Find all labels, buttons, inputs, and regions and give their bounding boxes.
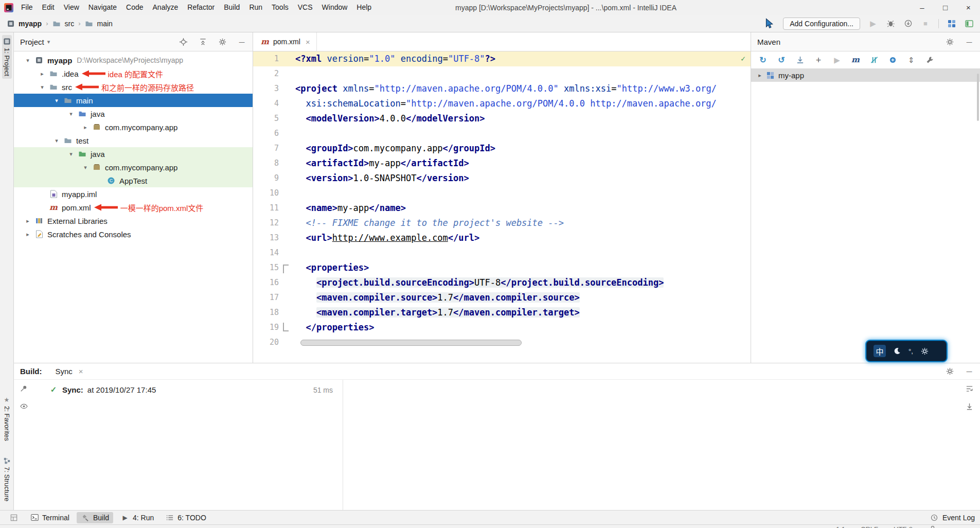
breadcrumb-src[interactable]: src [52,19,74,28]
editor-line-18[interactable]: 18 <maven.compiler.target>1.7</maven.com… [253,305,751,320]
menu-navigate[interactable]: Navigate [84,0,121,15]
code-text[interactable] [292,66,295,81]
pin-icon[interactable] [19,385,28,392]
code-editor[interactable]: 1<?xml version="1.0" encoding="UTF-8"?>2… [253,51,751,363]
profiler-icon[interactable] [903,20,913,27]
menu-refactor[interactable]: Refactor [183,0,219,15]
inspections-ok-icon[interactable]: ✓ [741,54,745,63]
minus-icon[interactable]: ─ [965,38,974,46]
code-text[interactable]: <url>http://www.example.com</url> [292,231,479,245]
tree-row-myapp[interactable]: ▾myappD:\Workspace\MyProjects\myapp [14,54,253,67]
breadcrumb-myapp[interactable]: myapp [6,19,42,28]
chevron-right-icon[interactable]: ▸ [754,72,765,79]
chevron-down-icon[interactable]: ▾ [35,84,49,91]
expand-icon[interactable]: ⇕ [906,56,916,64]
tree-row-com-mycompany-app[interactable]: ▾com.mycompany.app [14,161,253,174]
tool-button-4-run[interactable]: ▶4: Run [116,512,158,523]
ime-toolbar[interactable]: 中 °, [865,340,948,362]
soft-wrap-icon[interactable] [965,385,974,393]
menu-analyze[interactable]: Analyze [148,0,183,15]
menu-build[interactable]: Build [219,0,244,15]
stripe-structure-button[interactable]: 7: Structure [2,455,12,504]
tree-row-java[interactable]: ▾java [14,107,253,120]
tree-row-apptest[interactable]: CAppTest [14,174,253,187]
code-text[interactable]: <name>my-app</name> [292,201,406,216]
menu-edit[interactable]: Edit [38,0,59,15]
code-text[interactable] [292,186,295,201]
code-text[interactable]: <version>1.0-SNAPSHOT</version> [292,171,469,186]
stripe-favorites-button[interactable]: ★ 2: Favorites [2,394,12,444]
chevron-down-icon[interactable]: ▾ [47,39,50,45]
editor-line-11[interactable]: 11 <name>my-app</name> [253,201,751,216]
fold-marker[interactable] [279,320,292,335]
close-tab-icon[interactable]: × [79,367,83,376]
menu-file[interactable]: File [16,0,38,15]
code-text[interactable]: <groupId>com.mycompany.app</groupId> [292,141,495,156]
menu-run[interactable]: Run [244,0,267,15]
build-splitter[interactable] [343,380,343,510]
tree-row--idea[interactable]: ▸.ideaidea 的配置文件 [14,67,253,80]
project-structure-icon[interactable] [947,20,956,28]
close-button[interactable]: × [957,0,980,15]
editor-line-8[interactable]: 8 <artifactId>my-app</artifactId> [253,156,751,171]
fold-marker[interactable] [279,260,292,275]
chevron-down-icon[interactable]: ▾ [79,164,92,171]
stripe-project-button[interactable]: 1: Project [2,35,12,79]
chevron-down-icon[interactable]: ▾ [50,97,63,104]
skip-tests-icon[interactable] [869,56,879,64]
editor-tab-pom-xml[interactable]: m pom.xml × [254,32,317,51]
tool-button-build[interactable]: Build [77,512,113,523]
horizontal-scrollbar[interactable] [300,340,522,346]
code-text[interactable]: <project.build.sourceEncoding>UTF-8</pro… [292,275,664,290]
code-text[interactable] [292,245,295,260]
project-panel-title[interactable]: Project [20,38,44,46]
moon-icon[interactable] [894,347,901,355]
locate-icon[interactable] [179,38,188,46]
editor-line-14[interactable]: 14 [253,245,751,260]
editor-line-13[interactable]: 13 <url>http://www.example.com</url> [253,231,751,245]
build-tab-sync[interactable]: Sync × [56,367,83,376]
menu-code[interactable]: Code [121,0,148,15]
tree-row-main[interactable]: ▾main [14,94,253,107]
code-text[interactable]: <!-- FIXME change it to the project's we… [292,216,564,231]
menu-view[interactable]: View [59,0,84,15]
chevron-down-icon[interactable]: ▾ [64,151,78,157]
editor-line-10[interactable]: 10 [253,186,751,201]
close-tab-icon[interactable]: × [306,38,310,46]
wrench-settings-icon[interactable] [925,56,934,64]
minimize-button[interactable]: – [911,0,934,15]
editor-line-4[interactable]: 4 xsi:schemaLocation="http://maven.apach… [253,96,751,111]
ime-language-indicator[interactable]: 中 [874,345,886,357]
menu-window[interactable]: Window [317,0,352,15]
add-configuration-button[interactable]: Add Configuration... [783,17,860,30]
event-log-button[interactable]: Event Log [930,514,975,522]
editor-line-17[interactable]: 17 <maven.compiler.source>1.7</maven.com… [253,290,751,305]
menu-tools[interactable]: Tools [267,0,293,15]
editor-line-5[interactable]: 5 <modelVersion>4.0.0</modelVersion> [253,111,751,126]
breadcrumb-main[interactable]: main [84,19,112,28]
filter-eye-icon[interactable] [19,402,28,410]
tree-row-pom-xml[interactable]: mpom.xml一模一样的pom.xml文件 [14,201,253,214]
code-text[interactable]: </properties> [292,320,375,335]
editor-line-6[interactable]: 6 [253,126,751,141]
debug-icon[interactable] [886,20,895,27]
editor-line-2[interactable]: 2 [253,66,751,81]
editor-line-19[interactable]: 19 </properties> [253,320,751,335]
code-text[interactable]: <modelVersion>4.0.0</modelVersion> [292,111,485,126]
gear-icon[interactable] [945,367,954,375]
tool-button-grid[interactable] [5,513,23,523]
tool-button-6-todo[interactable]: 6: TODO [161,512,210,523]
collapse-icon[interactable] [198,38,207,46]
run-icon[interactable]: ▶ [832,56,842,64]
minus-icon[interactable]: ─ [237,38,246,46]
tree-row-com-mycompany-app[interactable]: ▸com.mycompany.app [14,120,253,134]
tool-button-terminal[interactable]: Terminal [26,512,74,523]
code-text[interactable]: <project xmlns="http://maven.apache.org/… [292,81,717,96]
status-1-1[interactable]: 1:1 [836,525,845,528]
tree-row-external-libraries[interactable]: ▸External Libraries [14,214,253,227]
editor-line-3[interactable]: 3<project xmlns="http://maven.apache.org… [253,81,751,96]
code-text[interactable]: <?xml version="1.0" encoding="UTF-8"?> [292,51,495,66]
maven-scrollbar[interactable] [977,74,979,121]
code-text[interactable]: xsi:schemaLocation="http://maven.apache.… [292,96,717,111]
tree-row-myapp-iml[interactable]: myapp.iml [14,187,253,201]
